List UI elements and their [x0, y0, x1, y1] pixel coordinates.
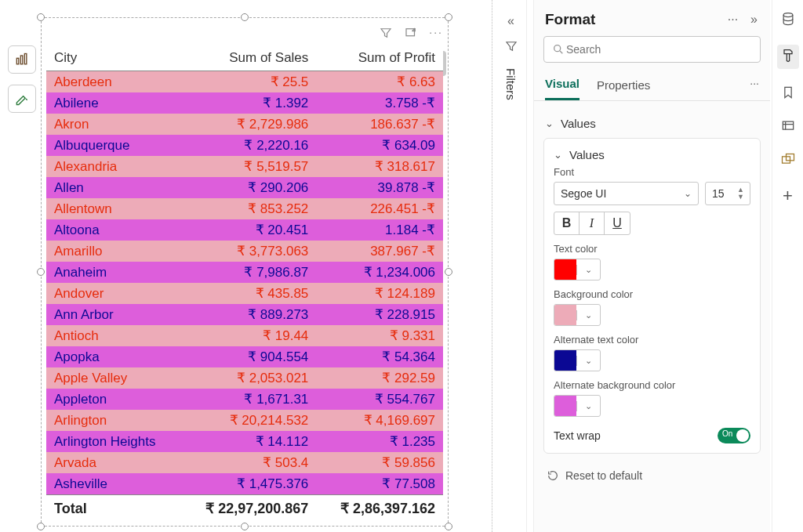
- tab-properties[interactable]: Properties: [597, 72, 650, 100]
- column-header[interactable]: Sum of Sales: [180, 46, 316, 71]
- reset-to-default[interactable]: Reset to default: [543, 461, 761, 490]
- table-row[interactable]: Anaheim₹ 7,986.87₹ 1,234.006: [46, 262, 443, 283]
- alt-bg-color-dropdown[interactable]: ⌄: [554, 395, 601, 417]
- format-search[interactable]: [543, 36, 761, 63]
- data-pane-icon[interactable]: [780, 11, 796, 29]
- collapse-pane-icon[interactable]: »: [747, 13, 761, 27]
- table-visual-selection[interactable]: ··· City Sum of Sales Sum of Profit Aber…: [41, 17, 449, 527]
- bookmarks-icon[interactable]: [780, 85, 796, 103]
- italic-button[interactable]: I: [580, 212, 605, 234]
- underline-button[interactable]: U: [605, 212, 630, 234]
- bold-button[interactable]: B: [554, 212, 580, 234]
- bg-color-dropdown[interactable]: ⌄: [554, 304, 601, 326]
- chevron-down-icon: ⌄: [576, 265, 600, 275]
- font-size-stepper[interactable]: 15 ▲▼: [705, 182, 750, 205]
- table-cell: ₹ 9.331: [316, 325, 443, 346]
- table-row[interactable]: Allen₹ 290.20639.878 -₹: [46, 177, 443, 198]
- svg-rect-6: [783, 121, 793, 129]
- table-row[interactable]: Andover₹ 435.85₹ 124.189: [46, 283, 443, 304]
- tab-visual[interactable]: Visual: [545, 71, 580, 100]
- resize-handle[interactable]: [37, 523, 45, 530]
- column-header[interactable]: Sum of Profit: [316, 46, 443, 71]
- selection-pane-icon[interactable]: [780, 118, 796, 136]
- table-row[interactable]: Allentown₹ 853.252226.451 -₹: [46, 198, 443, 219]
- table-cell: ₹ 5,519.57: [180, 156, 316, 177]
- resize-handle[interactable]: [37, 13, 45, 21]
- sync-slicers-icon[interactable]: [780, 152, 796, 170]
- column-header[interactable]: City: [46, 46, 180, 71]
- table-cell: ₹ 20.451: [180, 219, 316, 241]
- tabs-more-icon[interactable]: ···: [750, 77, 759, 89]
- table-row[interactable]: Arlington₹ 20,214.532₹ 4,169.697: [46, 410, 443, 431]
- format-pane: Format ··· » Visual Properties ··· ⌄ Val…: [533, 0, 770, 532]
- table-cell: ₹ 1.392: [180, 92, 316, 114]
- table-row[interactable]: Apple Valley₹ 2,053.021₹ 292.59: [46, 367, 443, 389]
- values-section-header[interactable]: ⌄ Values: [543, 109, 761, 138]
- format-pane-icon[interactable]: [777, 45, 799, 69]
- table-cell: ₹ 228.915: [316, 304, 443, 325]
- text-wrap-toggle[interactable]: On: [718, 428, 750, 443]
- table-cell: ₹ 853.252: [180, 198, 316, 219]
- add-visual-button[interactable]: [8, 45, 36, 74]
- svg-rect-0: [16, 58, 19, 64]
- text-wrap-label: Text wrap: [554, 429, 601, 442]
- table-row[interactable]: Albuquerque₹ 2,220.16₹ 634.09: [46, 135, 443, 156]
- resize-handle[interactable]: [241, 13, 249, 21]
- table-visual: City Sum of Sales Sum of Profit Aberdeen…: [46, 46, 443, 521]
- table-row[interactable]: Apopka₹ 904.554₹ 54.364: [46, 346, 443, 367]
- table-cell: ₹ 290.206: [180, 177, 316, 198]
- svg-point-5: [783, 13, 793, 17]
- resize-handle[interactable]: [37, 268, 45, 276]
- resize-handle[interactable]: [445, 13, 452, 21]
- table-row[interactable]: Amarillo₹ 3,773.063387.967 -₹: [46, 241, 443, 262]
- add-pane-icon[interactable]: +: [783, 186, 793, 206]
- format-body: ⌄ Values ⌄ Values Font Segoe UI ⌄ 15 ▲▼ …: [534, 101, 770, 532]
- table-row[interactable]: Altoona₹ 20.4511.184 -₹: [46, 219, 443, 241]
- alt-text-color-swatch: [554, 350, 576, 371]
- table-cell: Antioch: [46, 325, 180, 346]
- chevron-down-icon: ⌄: [684, 188, 692, 199]
- table-row[interactable]: Arlington Heights₹ 14.112₹ 1.235: [46, 431, 443, 452]
- alt-text-color-dropdown[interactable]: ⌄: [554, 349, 601, 371]
- expand-filters-icon[interactable]: «: [507, 14, 514, 28]
- more-icon[interactable]: ···: [725, 13, 741, 27]
- table-row[interactable]: Alexandria₹ 5,519.57₹ 318.617: [46, 156, 443, 177]
- alt-text-color-label: Alternate text color: [554, 334, 750, 346]
- filters-label[interactable]: Filters: [504, 68, 518, 100]
- table-row[interactable]: Ann Arbor₹ 889.273₹ 228.915: [46, 304, 443, 325]
- edit-tool-button[interactable]: [8, 85, 36, 113]
- font-family-value: Segoe UI: [561, 187, 606, 200]
- table-row[interactable]: Abilene₹ 1.3923.758 -₹: [46, 92, 443, 114]
- table-cell: ₹ 889.273: [180, 304, 316, 325]
- table-row[interactable]: Asheville₹ 1,475.376₹ 77.508: [46, 473, 443, 495]
- table-cell: ₹ 435.85: [180, 283, 316, 304]
- table-cell: Ann Arbor: [46, 304, 180, 325]
- font-family-dropdown[interactable]: Segoe UI ⌄: [554, 182, 699, 205]
- table-cell: ₹ 54.364: [316, 346, 443, 367]
- table-cell: 3.758 -₹: [316, 92, 443, 114]
- section-label: Values: [561, 117, 596, 130]
- canvas-tool-rail: [8, 45, 36, 113]
- resize-handle[interactable]: [445, 268, 452, 276]
- table-row[interactable]: Aberdeen₹ 25.5₹ 6.63: [46, 71, 443, 93]
- format-search-input[interactable]: [565, 42, 752, 56]
- more-options-icon[interactable]: ···: [429, 26, 443, 42]
- stepper-arrows[interactable]: ▲▼: [737, 186, 750, 201]
- table-cell: Amarillo: [46, 241, 180, 262]
- format-pane-header: Format ··· »: [534, 0, 770, 36]
- text-color-dropdown[interactable]: ⌄: [554, 259, 601, 280]
- filter-icon[interactable]: [379, 26, 393, 42]
- table-row[interactable]: Appleton₹ 1,671.31₹ 554.767: [46, 389, 443, 410]
- filter-funnel-icon[interactable]: [504, 39, 518, 56]
- table-row[interactable]: Akron₹ 2,729.986186.637 -₹: [46, 114, 443, 135]
- table-cell: 1.184 -₹: [316, 219, 443, 241]
- table-row[interactable]: Arvada₹ 503.4₹ 59.856: [46, 452, 443, 473]
- table-cell: ₹ 124.189: [316, 283, 443, 304]
- focus-mode-icon[interactable]: [404, 26, 418, 42]
- table-cell: Anaheim: [46, 262, 180, 283]
- resize-handle[interactable]: [445, 523, 452, 530]
- values-card-header[interactable]: ⌄ Values: [554, 148, 750, 165]
- table-cell: Akron: [46, 114, 180, 135]
- resize-handle[interactable]: [241, 523, 249, 530]
- table-row[interactable]: Antioch₹ 19.44₹ 9.331: [46, 325, 443, 346]
